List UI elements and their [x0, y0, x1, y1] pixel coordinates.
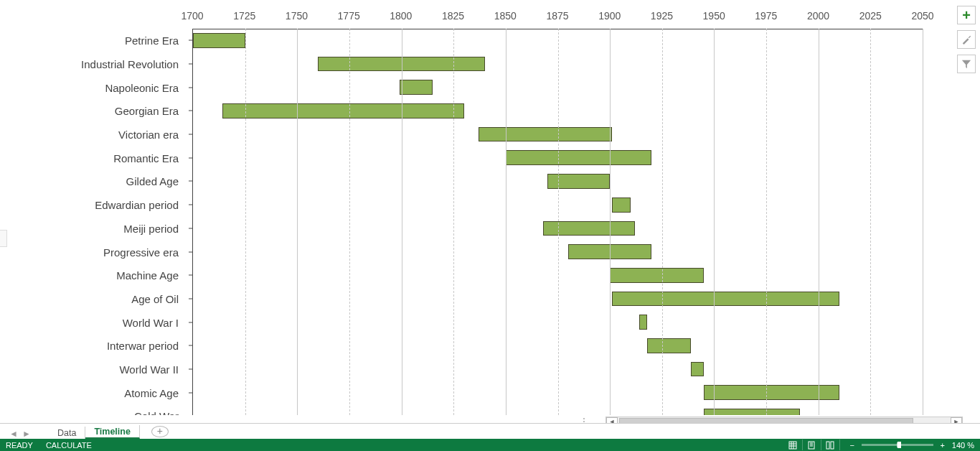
tab-nav-next[interactable]: ►	[22, 429, 32, 439]
gridline-major	[819, 29, 819, 415]
zoom-control: − + 140 %	[847, 441, 974, 450]
sheet-tab-nav: ◄ ►	[9, 429, 32, 439]
sheet-tab-data[interactable]: Data	[49, 427, 85, 439]
zoom-level-label[interactable]: 140 %	[952, 441, 974, 450]
y-tick	[189, 368, 193, 369]
chart-styles-button[interactable]	[957, 30, 976, 49]
zoom-slider[interactable]	[862, 444, 933, 446]
sheet-tab-bar: ◄ ► DataTimeline +	[0, 423, 980, 439]
bar[interactable]	[506, 150, 651, 165]
y-tick	[189, 251, 193, 252]
category-label: Progressive era	[103, 246, 193, 258]
category-label: Interwar period	[107, 340, 193, 352]
x-tick-label: 1725	[233, 10, 255, 22]
gridline-major	[610, 29, 611, 415]
x-tick-label: 1750	[286, 10, 308, 22]
sheet-tabs: DataTimeline	[49, 425, 140, 439]
y-tick	[189, 205, 193, 205]
bar[interactable]	[479, 127, 612, 142]
y-tick	[189, 181, 193, 182]
category-label: Age of Oil	[131, 292, 193, 304]
bar[interactable]	[691, 362, 703, 377]
svg-rect-2	[826, 442, 829, 449]
funnel-icon	[961, 59, 971, 69]
gridline-minor	[870, 29, 871, 415]
y-tick	[189, 134, 193, 135]
chart-elements-button[interactable]: +	[957, 6, 976, 24]
x-tick-label: 2000	[807, 10, 829, 22]
bar[interactable]	[400, 80, 433, 95]
gridline-major	[923, 29, 923, 415]
zoom-out-button[interactable]: −	[847, 441, 857, 450]
sheet-tab-timeline[interactable]: Timeline	[85, 425, 139, 439]
bar[interactable]	[193, 33, 245, 48]
y-tick	[189, 64, 193, 65]
gridline-major	[297, 29, 298, 415]
gridline-minor	[453, 29, 454, 415]
pane-collapse-handle[interactable]	[0, 230, 7, 247]
bar[interactable]	[639, 315, 648, 330]
bar[interactable]	[647, 338, 691, 353]
bar[interactable]	[612, 197, 631, 213]
gridline-minor	[662, 29, 663, 415]
bar[interactable]	[704, 409, 800, 415]
chart-container: 1700172517501775180018251850187519001925…	[6, 0, 951, 415]
x-tick-label: 1950	[703, 10, 725, 22]
y-tick	[189, 111, 193, 111]
chart-filters-button[interactable]	[957, 55, 976, 73]
bar[interactable]	[543, 221, 635, 236]
bar[interactable]	[547, 174, 610, 189]
x-tick-label: 1875	[546, 10, 568, 22]
svg-rect-0	[789, 442, 796, 449]
bar[interactable]	[612, 292, 839, 307]
x-tick-label: 2050	[911, 10, 933, 22]
x-tick-label: 1850	[494, 10, 517, 22]
plot: Petrine EraIndustrial RevolutionNapoleon…	[192, 29, 923, 415]
brush-icon	[961, 34, 971, 45]
x-tick-label: 1825	[442, 10, 464, 22]
y-tick	[189, 87, 193, 88]
status-ready: READY	[6, 441, 33, 450]
status-bar: READY CALCULATE − + 140 %	[0, 439, 980, 451]
category-label: Atomic Age	[124, 386, 193, 399]
y-tick	[189, 345, 193, 346]
category-label: Petrine Era	[125, 34, 193, 47]
view-page-break-button[interactable]	[821, 440, 840, 450]
plot-area[interactable]: 1700172517501775180018251850187519001925…	[192, 0, 923, 415]
x-tick-label: 1775	[338, 10, 360, 22]
bar[interactable]	[610, 268, 704, 283]
zoom-slider-knob[interactable]	[897, 442, 901, 448]
category-label: Napoleonic Era	[105, 81, 193, 93]
category-label: World War II	[119, 363, 193, 375]
x-tick-label: 2025	[859, 10, 882, 22]
gridline-minor	[558, 29, 559, 415]
x-tick-label: 1800	[390, 10, 412, 22]
gridline-major	[714, 29, 715, 415]
x-axis-top: 1700172517501775180018251850187519001925…	[192, 0, 923, 29]
gridline-minor	[245, 29, 246, 415]
category-label: Edwardian period	[95, 199, 193, 211]
x-tick-label: 1975	[755, 10, 777, 22]
x-tick-label: 1700	[181, 10, 203, 22]
y-tick	[189, 275, 193, 276]
category-label: Cold War	[134, 410, 193, 415]
view-page-layout-button[interactable]	[803, 440, 821, 450]
y-tick	[189, 322, 193, 322]
svg-rect-3	[831, 442, 834, 449]
gridline-major	[402, 29, 402, 415]
y-tick	[189, 228, 193, 228]
status-calculate[interactable]: CALCULATE	[46, 441, 92, 450]
add-sheet-button[interactable]: +	[151, 426, 169, 437]
view-normal-button[interactable]	[784, 440, 803, 450]
category-label: Victorian era	[118, 129, 193, 141]
category-label: Romantic Era	[113, 152, 193, 164]
tab-nav-prev[interactable]: ◄	[9, 429, 19, 439]
bar[interactable]	[222, 103, 464, 118]
y-tick	[189, 298, 193, 299]
category-label: Machine Age	[116, 269, 193, 282]
category-label: Georgian Era	[115, 105, 193, 117]
chart-side-buttons: +	[957, 6, 979, 73]
category-label: Industrial Revolution	[81, 58, 193, 70]
y-tick	[189, 392, 193, 393]
zoom-in-button[interactable]: +	[938, 441, 948, 450]
